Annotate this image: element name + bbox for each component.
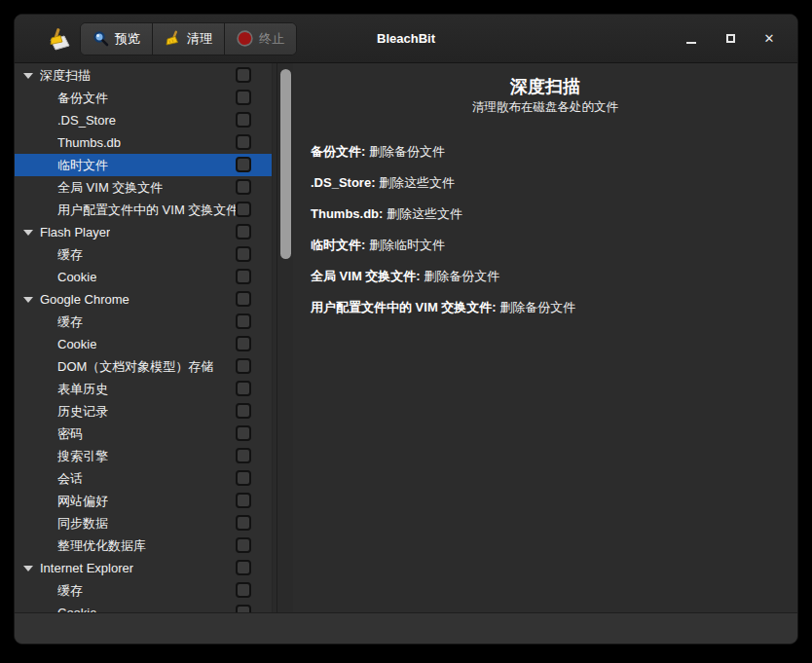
tree-item-label: 表单历史 [57, 381, 108, 398]
tree-row[interactable]: Internet Explorer [15, 557, 272, 579]
tree-row[interactable]: Cookie [15, 333, 272, 355]
tree-row[interactable]: 整理优化数据库 [15, 534, 272, 557]
close-button[interactable]: ✕ [760, 30, 778, 48]
maximize-icon [726, 34, 735, 43]
tree-item-label: 同步数据 [57, 515, 108, 533]
tree-row[interactable]: 同步数据 [15, 512, 272, 534]
tree-item-label: 密码 [57, 425, 83, 443]
entry-description: 删除这些文件 [387, 206, 462, 221]
tree-item-label: 缓存 [57, 246, 83, 264]
expander-triangle-icon[interactable] [23, 230, 33, 236]
toolbar-button-label: 预览 [115, 30, 140, 48]
toolbar-button-magnifier[interactable]: 预览 [81, 23, 153, 55]
checkbox[interactable] [236, 269, 251, 284]
tree-row[interactable]: 备份文件 [15, 87, 272, 109]
checkbox[interactable] [236, 560, 251, 575]
checkbox[interactable] [236, 112, 251, 128]
checkbox[interactable] [236, 448, 251, 463]
tree-row[interactable]: 深度扫描 [15, 64, 272, 87]
tree-item-label: .DS_Store [57, 113, 116, 128]
tree-scrollbar [272, 63, 293, 612]
tree-item-label: Flash Player [40, 225, 110, 239]
toolbar-button-label: 终止 [259, 30, 284, 48]
checkbox[interactable] [236, 291, 251, 307]
checkbox[interactable] [236, 67, 251, 83]
window-controls: ✕ [683, 30, 797, 48]
checkbox[interactable] [236, 470, 251, 486]
checkbox[interactable] [236, 605, 251, 612]
expander-triangle-icon[interactable] [23, 297, 33, 303]
header-bar: 预览清理终止 BleachBit ✕ [15, 15, 797, 63]
entry-term: 临时文件: [311, 238, 365, 252]
entry-term: .DS_Store: [311, 175, 375, 190]
tree-row[interactable]: 表单历史 [15, 378, 272, 400]
tree-item-label: 深度扫描 [40, 67, 91, 85]
tree-row[interactable]: DOM（文档对象模型）存储 [15, 355, 272, 378]
entry-description: 删除备份文件 [369, 144, 445, 159]
checkbox[interactable] [236, 582, 251, 598]
checkbox[interactable] [236, 224, 251, 239]
checkbox[interactable] [236, 537, 251, 553]
checkbox[interactable] [236, 90, 251, 105]
entry-description: 删除备份文件 [424, 269, 499, 283]
checkbox[interactable] [236, 425, 251, 441]
tree-item-label: Thumbs.db [57, 135, 121, 150]
tree-row[interactable]: Google Chrome [15, 288, 272, 311]
bleachbit-logo-icon [44, 27, 70, 51]
checkbox[interactable] [236, 134, 251, 150]
checkbox[interactable] [236, 313, 251, 329]
description-entry: 全局 VIM 交换文件: 删除备份文件 [311, 270, 780, 283]
checkbox[interactable] [236, 515, 251, 531]
description-entry: 临时文件: 删除临时文件 [311, 239, 780, 252]
tree-row[interactable]: Cookie [15, 602, 272, 612]
scrollbar-thumb[interactable] [280, 69, 291, 259]
tree-item-label: 网站偏好 [57, 493, 108, 510]
tree-item-label: 备份文件 [57, 90, 108, 107]
entry-term: 全局 VIM 交换文件: [311, 269, 421, 283]
toolbar-button-label: 清理 [187, 30, 212, 48]
tree-row[interactable]: 临时文件 [15, 154, 272, 176]
checkbox[interactable] [236, 336, 251, 351]
checkbox[interactable] [236, 358, 251, 374]
tree-row[interactable]: Cookie [15, 266, 272, 288]
broom-icon [165, 30, 181, 47]
entry-description: 删除这些文件 [379, 175, 455, 190]
tree-row[interactable]: Thumbs.db [15, 131, 272, 154]
toolbar-button-stop[interactable]: 终止 [225, 23, 296, 55]
expander-triangle-icon[interactable] [23, 73, 33, 79]
maximize-button[interactable] [721, 30, 739, 48]
tree-row[interactable]: .DS_Store [15, 109, 272, 131]
tree-row[interactable]: 网站偏好 [15, 490, 272, 512]
expander-triangle-icon[interactable] [23, 566, 33, 571]
tree-row[interactable]: 搜索引擎 [15, 445, 272, 467]
tree-item-label: 临时文件 [57, 157, 108, 174]
tree-row[interactable]: Flash Player [15, 221, 272, 243]
checkbox[interactable] [236, 157, 251, 172]
tree-item-label: 会话 [57, 470, 83, 488]
checkbox[interactable] [236, 403, 251, 419]
entry-description: 删除临时文件 [369, 238, 445, 252]
description-entry: Thumbs.db: 删除这些文件 [311, 207, 780, 221]
checkbox[interactable] [236, 202, 251, 217]
bleachbit-window: 预览清理终止 BleachBit ✕ 深度扫描备份文件.DS_StoreThum… [14, 14, 798, 645]
tree-row[interactable]: 缓存 [15, 311, 272, 333]
checkbox[interactable] [236, 246, 251, 262]
tree-item-label: 用户配置文件中的 VIM 交换文件 [57, 202, 239, 219]
description-entry: .DS_Store: 删除这些文件 [311, 176, 780, 190]
checkbox[interactable] [236, 493, 251, 508]
tree-row[interactable]: 历史记录 [15, 400, 272, 423]
tree-row[interactable]: 缓存 [15, 243, 272, 266]
checkbox[interactable] [236, 179, 251, 195]
toolbar-button-group: 预览清理终止 [80, 22, 297, 55]
tree-row[interactable]: 缓存 [15, 579, 272, 602]
tree-row[interactable]: 会话 [15, 467, 272, 490]
tree-row[interactable]: 密码 [15, 423, 272, 445]
close-icon: ✕ [764, 32, 775, 45]
toolbar-button-broom[interactable]: 清理 [153, 23, 225, 55]
minimize-button[interactable] [683, 30, 700, 48]
tree-row[interactable]: 用户配置文件中的 VIM 交换文件 [15, 199, 272, 221]
entry-description: 删除备份文件 [499, 300, 575, 314]
tree-item-label: 全局 VIM 交换文件 [57, 179, 163, 197]
checkbox[interactable] [236, 381, 251, 396]
tree-row[interactable]: 全局 VIM 交换文件 [15, 176, 272, 199]
